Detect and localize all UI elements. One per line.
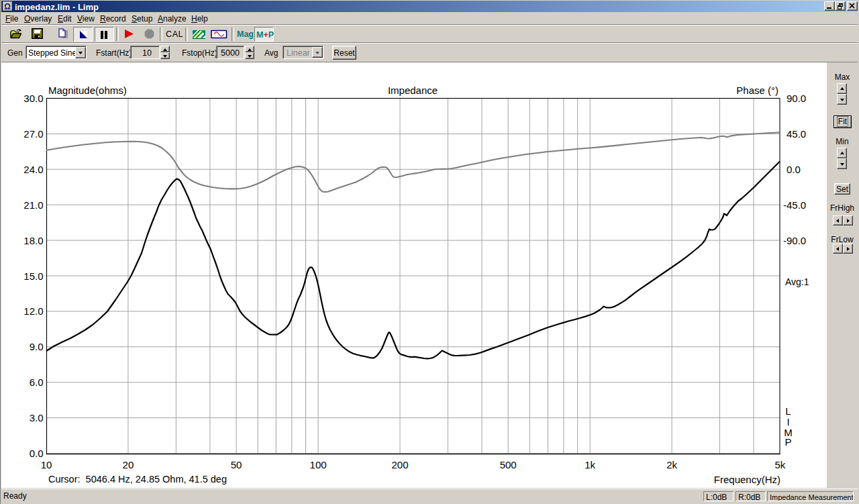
svg-text:-90.0: -90.0 bbox=[783, 235, 806, 246]
svg-text:27.0: 27.0 bbox=[23, 128, 43, 140]
svg-text:500: 500 bbox=[500, 459, 517, 470]
svg-text:3.0: 3.0 bbox=[30, 412, 44, 423]
svg-text:Magnitude(ohms): Magnitude(ohms) bbox=[48, 85, 127, 96]
svg-text:18.0: 18.0 bbox=[23, 235, 43, 246]
svg-text:-45.0: -45.0 bbox=[783, 199, 806, 211]
svg-text:50: 50 bbox=[231, 459, 242, 470]
svg-text:Phase (°): Phase (°) bbox=[736, 85, 778, 96]
svg-text:1k: 1k bbox=[585, 459, 595, 470]
svg-text:0.0: 0.0 bbox=[30, 448, 44, 459]
svg-text:P: P bbox=[785, 436, 791, 448]
svg-text:90.0: 90.0 bbox=[787, 93, 806, 104]
svg-text:Cursor: 5046.4 Hz, 24.85 Ohm,: Cursor: 5046.4 Hz, 24.85 Ohm, 41.5 deg bbox=[48, 474, 227, 485]
svg-text:15.0: 15.0 bbox=[23, 270, 43, 282]
svg-text:200: 200 bbox=[391, 459, 408, 470]
svg-text:45.0: 45.0 bbox=[787, 128, 806, 140]
svg-text:Frequency(Hz): Frequency(Hz) bbox=[714, 474, 780, 485]
svg-text:2k: 2k bbox=[666, 459, 677, 470]
svg-text:Impedance: Impedance bbox=[388, 85, 438, 96]
svg-text:21.0: 21.0 bbox=[23, 199, 43, 211]
svg-text:24.0: 24.0 bbox=[23, 164, 43, 175]
svg-text:20: 20 bbox=[123, 459, 134, 470]
svg-text:0.0: 0.0 bbox=[787, 164, 801, 175]
svg-text:30.0: 30.0 bbox=[23, 93, 43, 104]
svg-text:5k: 5k bbox=[774, 459, 785, 470]
svg-text:I: I bbox=[787, 416, 789, 427]
svg-text:10: 10 bbox=[41, 459, 52, 470]
svg-text:L: L bbox=[785, 405, 791, 417]
svg-text:6.0: 6.0 bbox=[30, 376, 44, 388]
svg-text:12.0: 12.0 bbox=[23, 305, 43, 317]
svg-text:100: 100 bbox=[310, 459, 327, 470]
svg-text:Avg:1: Avg:1 bbox=[785, 276, 809, 287]
svg-text:9.0: 9.0 bbox=[30, 341, 44, 352]
